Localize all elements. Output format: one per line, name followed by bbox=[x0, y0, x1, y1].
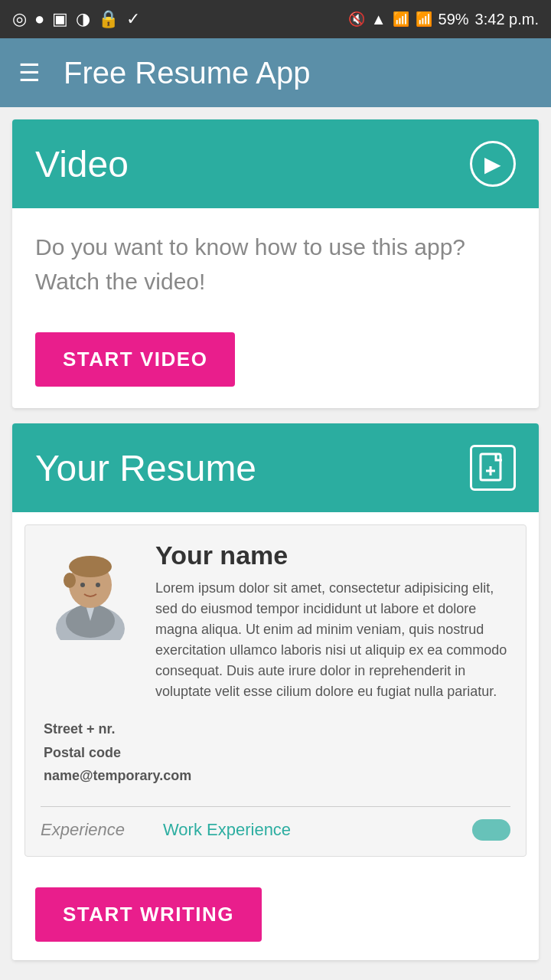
resume-divider bbox=[41, 806, 510, 807]
lock-icon: 🔒 bbox=[98, 9, 119, 29]
svg-point-10 bbox=[80, 583, 85, 587]
resume-address: Street + nr. Postal code name@temporary.… bbox=[41, 717, 510, 788]
svg-point-11 bbox=[96, 583, 100, 587]
resume-title: Your Resume bbox=[35, 447, 256, 489]
resume-card-header: Your Resume bbox=[12, 423, 539, 512]
status-icons-left: ◎ ● ▣ ◑ 🔒 ✓ bbox=[12, 9, 140, 29]
video-description: Do you want to know how to use this app?… bbox=[35, 230, 516, 299]
video-card-header: Video ▶ bbox=[12, 119, 539, 208]
main-content: Video ▶ Do you want to know how to use t… bbox=[0, 107, 551, 980]
experience-toggle-icon[interactable] bbox=[472, 819, 510, 841]
app-bar: ☰ Free Resume App bbox=[0, 38, 551, 107]
time-text: 3:42 p.m. bbox=[475, 11, 539, 28]
resume-name: Your name bbox=[155, 541, 510, 570]
resume-card: Your Resume bbox=[12, 423, 539, 960]
add-document-icon bbox=[479, 452, 507, 483]
status-icons-right: 🔇 ▲ 📶 📶 59% 3:42 p.m. bbox=[348, 11, 539, 28]
opera-icon: ◑ bbox=[76, 9, 90, 29]
resume-info: Your name Lorem ipsum dolor sit amet, co… bbox=[155, 541, 510, 702]
battery-text: 59% bbox=[439, 11, 469, 28]
add-resume-button[interactable] bbox=[470, 445, 516, 491]
whatsapp-icon: ● bbox=[34, 9, 44, 29]
mute-icon: 🔇 bbox=[348, 11, 365, 28]
signal2-icon: 📶 bbox=[416, 11, 432, 28]
experience-label: Experience bbox=[41, 820, 148, 840]
check-icon: ✓ bbox=[126, 9, 140, 29]
start-writing-button[interactable]: START WRITING bbox=[35, 887, 262, 942]
resume-experience-row: Experience Work Experience bbox=[41, 813, 510, 841]
menu-icon[interactable]: ☰ bbox=[18, 58, 41, 87]
resume-lorem: Lorem ipsum dolor sit amet, consectetur … bbox=[155, 578, 510, 702]
resume-postal: Postal code bbox=[44, 741, 510, 765]
resume-top-section: Your name Lorem ipsum dolor sit amet, co… bbox=[41, 541, 510, 702]
music-icon: ◎ bbox=[12, 9, 27, 29]
svg-point-9 bbox=[64, 573, 76, 588]
video-card-body: Do you want to know how to use this app?… bbox=[12, 208, 539, 320]
svg-point-8 bbox=[69, 556, 112, 577]
image-icon: ▣ bbox=[52, 9, 68, 29]
start-writing-row: START WRITING bbox=[12, 869, 539, 960]
resume-email: name@temporary.com bbox=[44, 764, 510, 788]
work-experience-label: Work Experience bbox=[163, 820, 291, 840]
play-icon: ▶ bbox=[484, 152, 501, 177]
avatar bbox=[41, 541, 140, 640]
wifi-icon: ▲ bbox=[371, 11, 386, 28]
video-title: Video bbox=[35, 143, 129, 185]
video-card-footer: START VIDEO bbox=[12, 320, 539, 408]
signal-icon: 📶 bbox=[393, 11, 409, 28]
resume-preview[interactable]: Your name Lorem ipsum dolor sit amet, co… bbox=[24, 524, 527, 857]
app-title: Free Resume App bbox=[64, 56, 310, 90]
start-video-button[interactable]: START VIDEO bbox=[35, 332, 235, 387]
video-card: Video ▶ Do you want to know how to use t… bbox=[12, 119, 539, 408]
resume-street: Street + nr. bbox=[44, 717, 510, 741]
play-button[interactable]: ▶ bbox=[470, 141, 516, 187]
status-bar: ◎ ● ▣ ◑ 🔒 ✓ 🔇 ▲ 📶 📶 59% 3:42 p.m. bbox=[0, 0, 551, 38]
